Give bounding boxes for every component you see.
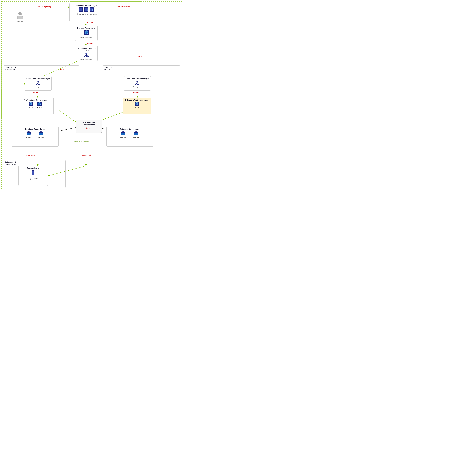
- svg-rect-110: [32, 173, 34, 174]
- svg-point-46: [92, 10, 93, 11]
- svg-point-25: [19, 12, 21, 15]
- svg-point-71: [39, 84, 40, 85]
- diagram-container: TCP 5593 (Optional) TCP 5593 (Optional) …: [0, 0, 184, 191]
- db-primary-icon: [26, 131, 31, 136]
- db-layer-a-box: Database Server Layer Primary Seco: [12, 127, 59, 147]
- svg-point-98: [39, 133, 43, 134]
- svg-point-105: [134, 134, 138, 135]
- quorum-layer-sublabel: SQL Quorum: [20, 178, 47, 179]
- server-icon-3: [89, 7, 94, 13]
- server-icon-2: [84, 7, 89, 13]
- local-lb-b-sublabel: pm-b.company.com: [125, 86, 149, 88]
- svg-point-38: [87, 9, 88, 9]
- svg-point-97: [39, 134, 43, 135]
- svg-point-30: [82, 8, 82, 8]
- db-secondary-b1-icon: [121, 131, 126, 136]
- privman-endpoint-box: PrivMan Endpoint Layer: [69, 3, 103, 21]
- reverse-proxy-title: Reverse Proxy Layer: [76, 27, 97, 29]
- global-lb-title: Global Load Balancer Layer: [76, 47, 97, 51]
- global-lb-sublabel: pm.company.com: [76, 58, 97, 60]
- svg-point-32: [82, 10, 82, 11]
- sql-listener-port: TCP 1433: [77, 128, 101, 129]
- svg-point-106: [134, 133, 138, 134]
- db-layer-a-title: Database Server Layer: [13, 128, 57, 130]
- quorum-layer-title: Quorum Layer: [20, 167, 47, 169]
- tcp-5593-right-label: TCP 5593 (Optional): [117, 6, 131, 8]
- svg-marker-65: [37, 81, 39, 83]
- web-server-a-box: PrivMan Web Server Layer Node 1 No: [17, 98, 54, 114]
- tcp-5593-left-label: TCP 5593 (Optional): [36, 6, 51, 8]
- app-user-box: App User: [12, 11, 28, 27]
- quorum-db-icon: [31, 170, 35, 176]
- node1-label: Node 1: [28, 107, 33, 109]
- server-icon-1: [79, 7, 83, 13]
- global-lb-box: Global Load Balancer Layer pm.company.co…: [75, 46, 98, 61]
- db-secondary-b2-icon: [134, 131, 139, 136]
- svg-point-69: [36, 84, 37, 85]
- node2-label: Node 2: [37, 107, 42, 109]
- tcp-443-4-label: TCP 443: [137, 56, 143, 58]
- svg-point-93: [27, 134, 31, 135]
- quorum-layer-box: Quorum Layer SQL Quorum: [18, 166, 48, 186]
- reverse-proxy-sublabel: pm.company.com: [76, 36, 97, 38]
- svg-rect-108: [32, 171, 34, 172]
- svg-point-76: [135, 84, 136, 85]
- svg-rect-111: [32, 174, 34, 175]
- svg-point-45: [92, 9, 93, 9]
- local-lb-b-box: Local Load Balancer Layer pm-b.company.c…: [124, 76, 151, 91]
- tcp-443-1-label: TCP 443: [87, 22, 93, 24]
- svg-rect-24: [17, 16, 23, 19]
- svg-point-94: [27, 133, 31, 134]
- sql-listener-box: SQL AlwaysOnGroup Listener pm-aoag.compa…: [76, 120, 102, 133]
- privman-endpoint-sublabel: PrivMan Endpoints with Agents: [71, 13, 102, 15]
- svg-point-70: [38, 84, 39, 85]
- globe-server-icon: [84, 30, 89, 35]
- svg-point-77: [137, 84, 138, 85]
- local-lb-a-sublabel: pm-a.company.com: [26, 86, 50, 88]
- db-primary-label: Primary: [26, 137, 31, 138]
- load-balancer-icon: [84, 52, 89, 57]
- svg-point-37: [87, 8, 88, 8]
- privman-endpoint-title: PrivMan Endpoint Layer: [71, 5, 102, 7]
- svg-rect-109: [32, 172, 34, 173]
- db-secondary-a-icon: [39, 131, 43, 136]
- local-lb-b-title: Local Load Balancer Layer: [125, 78, 149, 80]
- db-layer-b-title: Database Server Layer: [107, 128, 152, 130]
- svg-marker-72: [136, 81, 138, 83]
- svg-point-78: [139, 84, 139, 85]
- web-server-b-box: PrivMan Web Server Layer Node 3: [123, 98, 151, 114]
- datacenter-b-label: Datacenter B(DR Site): [104, 66, 115, 70]
- datacenter-a-label: Datacenter A(Primary Site): [5, 66, 16, 70]
- web-server-a-node1-icon: [28, 102, 33, 106]
- node3-label: Node 3: [124, 107, 149, 109]
- quorum-ports-right-label: Quorum Ports: [82, 154, 91, 156]
- db-secondary-b1-label: Secondary: [120, 137, 126, 138]
- svg-point-102: [121, 133, 125, 134]
- web-server-a-node2-icon: [37, 102, 42, 106]
- db-secondary-a-label: Secondary: [38, 137, 44, 138]
- web-server-b-node3-icon: [134, 102, 139, 106]
- svg-point-101: [121, 134, 125, 135]
- datacenter-c-label: Datacenter C(Tertiary Site): [5, 161, 16, 165]
- local-lb-a-icon: [35, 80, 41, 85]
- svg-point-44: [92, 8, 93, 8]
- app-user-icon: [17, 12, 23, 20]
- local-lb-b-icon: [135, 80, 140, 85]
- web-server-b-title: PrivMan Web Server Layer: [124, 99, 149, 101]
- db-layer-b-box: Database Server Layer Secondary Se: [106, 127, 153, 147]
- local-lb-a-box: Local Load Balancer Layer pm-a.company.c…: [25, 76, 52, 91]
- svg-point-39: [87, 10, 88, 11]
- sql-listener-sublabel: pm-aoag.company.com: [77, 126, 101, 128]
- web-server-a-title: PrivMan Web Server Layer: [18, 99, 52, 101]
- tcp-443-2-label: TCP 443: [87, 42, 93, 44]
- db-secondary-b2-label: Secondary: [133, 137, 139, 138]
- local-lb-a-title: Local Load Balancer Layer: [26, 78, 50, 80]
- svg-point-31: [82, 9, 82, 9]
- sql-listener-title: SQL AlwaysOnGroup Listener: [77, 122, 101, 126]
- app-user-label: App User: [13, 21, 27, 23]
- reverse-proxy-box: Reverse Proxy Layer pm.company.com: [75, 26, 98, 41]
